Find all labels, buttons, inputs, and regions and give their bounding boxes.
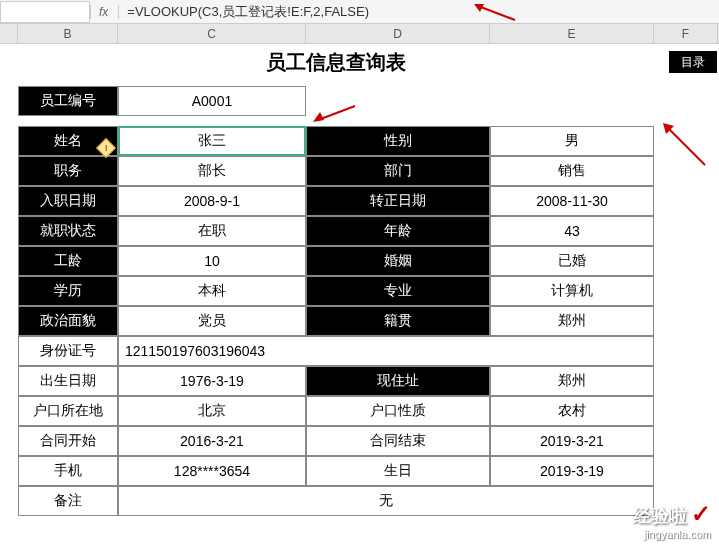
label-politics: 政治面貌: [18, 306, 118, 336]
label-hukou-loc: 户口所在地: [18, 396, 118, 426]
value-gender[interactable]: 男: [490, 126, 654, 156]
search-label: 员工编号: [18, 86, 118, 116]
label-dept: 部门: [306, 156, 490, 186]
table-row: 户口所在地 北京 户口性质 农村: [18, 396, 719, 426]
label-marriage: 婚姻: [306, 246, 490, 276]
value-birthday[interactable]: 2019-3-19: [490, 456, 654, 486]
fx-icon: fx: [99, 5, 108, 19]
formula-bar: fx =VLOOKUP(C3,员工登记表!E:F,2,FALSE): [0, 0, 719, 24]
value-native[interactable]: 郑州: [490, 306, 654, 336]
label-remark: 备注: [18, 486, 118, 516]
value-hukou-type[interactable]: 农村: [490, 396, 654, 426]
value-contract-end[interactable]: 2019-3-21: [490, 426, 654, 456]
label-birth: 出生日期: [18, 366, 118, 396]
value-education[interactable]: 本科: [118, 276, 306, 306]
label-gender: 性别: [306, 126, 490, 156]
label-status: 就职状态: [18, 216, 118, 246]
label-idcard: 身份证号: [18, 336, 118, 366]
svg-line-2: [318, 106, 355, 120]
name-box[interactable]: [0, 1, 90, 23]
label-phone: 手机: [18, 456, 118, 486]
svg-line-0: [478, 6, 515, 20]
label-native: 籍贯: [306, 306, 490, 336]
arrow-icon: [310, 100, 360, 130]
label-education: 学历: [18, 276, 118, 306]
value-birth[interactable]: 1976-3-19: [118, 366, 306, 396]
value-politics[interactable]: 党员: [118, 306, 306, 336]
table-row: 出生日期 1976-3-19 现住址 郑州: [18, 366, 719, 396]
table-row: 入职日期 2008-9-1 转正日期 2008-11-30: [18, 186, 719, 216]
watermark: 经验啦 ✓ jingyanla.com: [633, 500, 711, 540]
table-row: 学历 本科 专业 计算机: [18, 276, 719, 306]
value-seniority[interactable]: 10: [118, 246, 306, 276]
table-row: 备注 无: [18, 486, 719, 516]
table-row: 政治面貌 党员 籍贯 郑州: [18, 306, 719, 336]
value-contract-start[interactable]: 2016-3-21: [118, 426, 306, 456]
col-header-c[interactable]: C: [118, 24, 306, 43]
value-confirm-date[interactable]: 2008-11-30: [490, 186, 654, 216]
value-marriage[interactable]: 已婚: [490, 246, 654, 276]
arrow-icon: [660, 120, 710, 170]
value-dept[interactable]: 销售: [490, 156, 654, 186]
value-idcard[interactable]: 121150197603196043: [118, 336, 654, 366]
svg-marker-3: [313, 112, 324, 122]
table-row: 手机 128****3654 生日 2019-3-19: [18, 456, 719, 486]
label-confirm-date: 转正日期: [306, 186, 490, 216]
formula-input[interactable]: =VLOOKUP(C3,员工登记表!E:F,2,FALSE): [119, 3, 719, 21]
col-header-corner[interactable]: [0, 24, 18, 43]
value-phone[interactable]: 128****3654: [118, 456, 306, 486]
page-title: 员工信息查询表: [18, 49, 654, 76]
table-row: 工龄 10 婚姻 已婚: [18, 246, 719, 276]
label-contract-end: 合同结束: [306, 426, 490, 456]
table-row: 身份证号 121150197603196043: [18, 336, 719, 366]
table-row: 职务 部长 部门 销售: [18, 156, 719, 186]
watermark-url: jingyanla.com: [633, 528, 711, 540]
svg-line-4: [668, 128, 705, 165]
column-headers: B C D E F: [0, 24, 719, 44]
value-position[interactable]: 部长: [118, 156, 306, 186]
info-table: 姓名 张三 性别 男 职务 部长 部门 销售 入职日期 2008-9-1 转正日…: [18, 126, 719, 516]
col-header-b[interactable]: B: [18, 24, 118, 43]
arrow-icon: [470, 0, 520, 26]
table-row: 就职状态 在职 年龄 43: [18, 216, 719, 246]
label-birthday: 生日: [306, 456, 490, 486]
value-age[interactable]: 43: [490, 216, 654, 246]
label-position: 职务: [18, 156, 118, 186]
value-remark[interactable]: 无: [118, 486, 654, 516]
check-icon: ✓: [691, 500, 711, 527]
col-header-d[interactable]: D: [306, 24, 490, 43]
table-row: 合同开始 2016-3-21 合同结束 2019-3-21: [18, 426, 719, 456]
col-header-e[interactable]: E: [490, 24, 654, 43]
col-header-f[interactable]: F: [654, 24, 718, 43]
label-hukou-type: 户口性质: [306, 396, 490, 426]
watermark-text: 经验啦: [633, 506, 687, 526]
label-seniority: 工龄: [18, 246, 118, 276]
label-address: 现住址: [306, 366, 490, 396]
label-age: 年龄: [306, 216, 490, 246]
value-status[interactable]: 在职: [118, 216, 306, 246]
value-hire-date[interactable]: 2008-9-1: [118, 186, 306, 216]
employee-id-input[interactable]: A0001: [118, 86, 306, 116]
menu-button[interactable]: 目录: [669, 51, 717, 73]
label-major: 专业: [306, 276, 490, 306]
value-name[interactable]: 张三: [118, 126, 306, 156]
value-address[interactable]: 郑州: [490, 366, 654, 396]
fx-button[interactable]: fx: [90, 5, 119, 19]
label-contract-start: 合同开始: [18, 426, 118, 456]
value-major[interactable]: 计算机: [490, 276, 654, 306]
table-row: 姓名 张三 性别 男: [18, 126, 719, 156]
value-hukou-loc[interactable]: 北京: [118, 396, 306, 426]
label-hire-date: 入职日期: [18, 186, 118, 216]
